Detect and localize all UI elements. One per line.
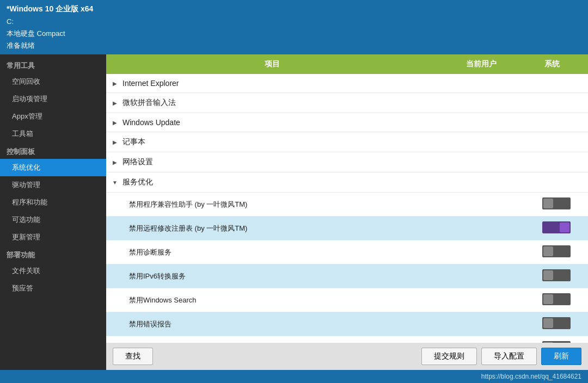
sub-item-system-disable-ipv6[interactable] <box>529 269 584 283</box>
sub-item-row-disable-compat[interactable]: 禁用程序兼容性助手 (by 一叶微风TM) <box>106 193 588 217</box>
group-label: 服务优化 <box>122 177 153 187</box>
toggle-disable-search[interactable] <box>542 293 571 305</box>
sub-item-system-disable-remote-reg[interactable] <box>529 221 584 235</box>
sidebar-item-appx-mgmt[interactable]: Appx管理 <box>0 108 106 125</box>
top-bar: *Windows 10 企业版 x64 C: 本地硬盘 Compact 准备就绪 <box>0 0 588 54</box>
sub-item-label: 禁用远程修改注册表 (by 一叶微风TM) <box>129 224 442 233</box>
toggle-disable-ceip[interactable] <box>542 341 571 343</box>
sidebar-item-file-assoc[interactable]: 文件关联 <box>0 262 106 280</box>
group-label: 记事本 <box>122 137 145 147</box>
th-system: 系统 <box>525 59 579 69</box>
table-header: 项目 当前用户 系统 <box>106 54 588 74</box>
th-item: 项目 <box>106 59 438 69</box>
sub-item-row-disable-ceip[interactable]: 禁用客户体验改善计划 (by Windows 10优化辅助工具) <box>106 336 588 343</box>
chevron-right-icon: ▶ <box>111 138 119 146</box>
sidebar-section-header: 常用工具 <box>0 57 106 73</box>
sub-item-label: 禁用Windows Search <box>129 295 442 305</box>
sub-item-row-disable-ipv6[interactable]: 禁用IPv6转换服务 <box>106 264 588 288</box>
submit-rule-button[interactable]: 提交规则 <box>421 348 477 365</box>
main-layout: 常用工具空间回收启动项管理Appx管理工具箱控制面板系统优化驱动管理程序和功能可… <box>0 54 588 370</box>
chevron-right-icon: ▶ <box>111 158 119 166</box>
sub-item-system-disable-compat[interactable] <box>529 197 584 211</box>
sidebar-item-programs[interactable]: 程序和功能 <box>0 194 106 211</box>
sub-item-system-disable-error[interactable] <box>529 317 584 331</box>
group-row-ms-pinyin[interactable]: ▶微软拼音输入法 <box>106 93 588 113</box>
group-row-internet-explorer[interactable]: ▶Internet Explorer <box>106 74 588 93</box>
toggle-disable-compat[interactable] <box>542 197 571 209</box>
sys-line2: C: <box>7 16 581 28</box>
sys-line4: 准备就绪 <box>7 40 581 52</box>
group-row-network-settings[interactable]: ▶网络设置 <box>106 152 588 172</box>
group-row-windows-update[interactable]: ▶Windows Update <box>106 113 588 132</box>
sub-item-row-disable-diag[interactable]: 禁用诊断服务 <box>106 240 588 264</box>
sub-item-label: 禁用诊断服务 <box>129 248 442 257</box>
sidebar: 常用工具空间回收启动项管理Appx管理工具箱控制面板系统优化驱动管理程序和功能可… <box>0 54 106 370</box>
sidebar-item-driver-mgmt[interactable]: 驱动管理 <box>0 176 106 194</box>
group-row-service-optimize[interactable]: ▼服务优化 <box>106 172 588 193</box>
import-config-button[interactable]: 导入配置 <box>481 348 537 365</box>
content-area: 项目 当前用户 系统 ▶Internet Explorer▶微软拼音输入法▶Wi… <box>106 54 588 370</box>
refresh-button[interactable]: 刷新 <box>541 348 581 365</box>
sys-line3: 本地硬盘 Compact <box>7 28 581 40</box>
sub-item-system-disable-diag[interactable] <box>529 245 584 259</box>
sub-item-label: 禁用程序兼容性助手 (by 一叶微风TM) <box>129 200 442 209</box>
status-bar: https://blog.csdn.net/qq_41684621 <box>0 370 588 383</box>
group-label: Internet Explorer <box>122 79 179 88</box>
group-label: 微软拼音输入法 <box>122 98 176 108</box>
toggle-disable-ipv6[interactable] <box>542 269 571 281</box>
sidebar-section-header: 部署功能 <box>0 246 106 262</box>
search-button[interactable]: 查找 <box>113 348 153 365</box>
group-label: 网络设置 <box>122 157 153 167</box>
bottom-bar: 查找 提交规则 导入配置 刷新 <box>106 343 588 370</box>
sys-line1: *Windows 10 企业版 x64 <box>7 3 581 16</box>
sidebar-item-response[interactable]: 预应答 <box>0 280 106 297</box>
group-label: Windows Update <box>122 118 180 127</box>
sub-item-row-disable-search[interactable]: 禁用Windows Search <box>106 288 588 312</box>
toggle-disable-remote-reg[interactable] <box>542 221 571 233</box>
sidebar-item-space-reclaim[interactable]: 空间回收 <box>0 73 106 90</box>
sidebar-item-update-mgmt[interactable]: 更新管理 <box>0 228 106 246</box>
chevron-right-icon: ▶ <box>111 118 119 127</box>
toggle-disable-error[interactable] <box>542 317 571 329</box>
group-row-notepad[interactable]: ▶记事本 <box>106 132 588 152</box>
sub-item-row-disable-remote-reg[interactable]: 禁用远程修改注册表 (by 一叶微风TM) <box>106 217 588 240</box>
table-body[interactable]: ▶Internet Explorer▶微软拼音输入法▶Windows Updat… <box>106 74 588 343</box>
sub-item-system-disable-search[interactable] <box>529 293 584 307</box>
status-url: https://blog.csdn.net/qq_41684621 <box>481 373 581 380</box>
sub-item-row-disable-error[interactable]: 禁用错误报告 <box>106 312 588 336</box>
toggle-disable-diag[interactable] <box>542 245 571 257</box>
sub-item-label: 禁用错误报告 <box>129 319 442 329</box>
chevron-down-icon: ▼ <box>111 178 119 187</box>
th-current: 当前用户 <box>438 59 525 69</box>
sidebar-item-startup-mgmt[interactable]: 启动项管理 <box>0 90 106 108</box>
sidebar-item-optional[interactable]: 可选功能 <box>0 211 106 228</box>
sidebar-item-toolbox[interactable]: 工具箱 <box>0 125 106 143</box>
sidebar-section-header: 控制面板 <box>0 143 106 159</box>
chevron-right-icon: ▶ <box>111 98 119 107</box>
sub-item-label: 禁用IPv6转换服务 <box>129 271 442 281</box>
chevron-right-icon: ▶ <box>111 79 119 88</box>
sidebar-item-sys-optimize[interactable]: 系统优化 <box>0 159 106 176</box>
